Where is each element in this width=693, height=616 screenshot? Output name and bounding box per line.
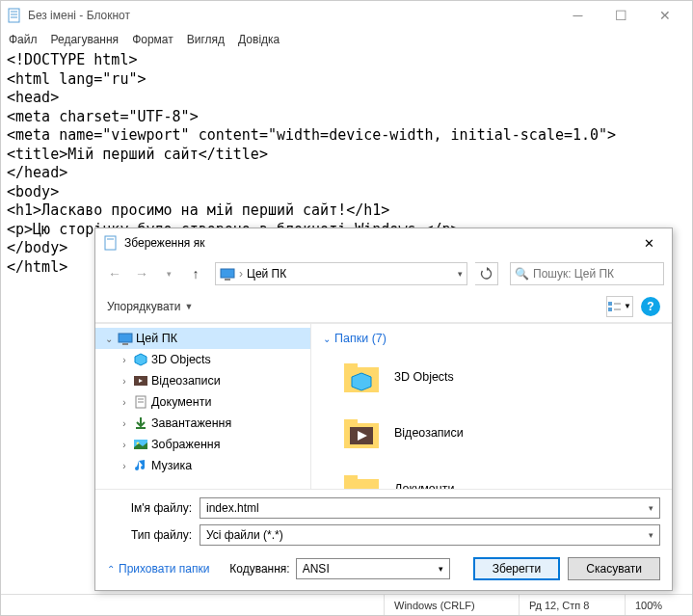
- dialog-close-button[interactable]: ✕: [633, 236, 664, 251]
- dialog-footer: Ім'я файлу: index.html▾ Тип файлу: Усі ф…: [95, 489, 672, 590]
- expand-icon[interactable]: ›: [119, 440, 130, 450]
- image-icon: [132, 437, 149, 452]
- tree-item-label: Зображення: [151, 438, 220, 451]
- chevron-right-icon: ›: [239, 267, 243, 281]
- download-icon: [132, 415, 149, 431]
- save-button[interactable]: Зберегти: [473, 557, 561, 580]
- notepad-icon: [103, 235, 119, 251]
- menu-view[interactable]: Вигляд: [187, 33, 225, 46]
- folder-item[interactable]: 3D Objects: [340, 353, 660, 401]
- nav-forward-button: →: [130, 262, 153, 285]
- chevron-down-icon: ⌄: [323, 334, 331, 344]
- svg-rect-4: [105, 236, 116, 250]
- filetype-select[interactable]: Усі файли (*.*)▾: [200, 524, 660, 546]
- svg-rect-0: [9, 9, 19, 22]
- search-input[interactable]: [533, 267, 678, 281]
- svg-rect-23: [344, 363, 358, 369]
- filename-input[interactable]: index.html▾: [200, 497, 660, 519]
- address-bar[interactable]: › Цей ПК ▾: [215, 262, 467, 285]
- close-button[interactable]: ✕: [643, 1, 686, 30]
- crumb-this-pc[interactable]: Цей ПК: [247, 267, 286, 281]
- folder-3d-icon: [340, 356, 383, 398]
- pc-icon: [117, 331, 134, 346]
- tree-item-label: Відеозаписи: [151, 374, 221, 388]
- tree-item-label: Музика: [151, 459, 192, 472]
- chevron-down-icon[interactable]: ▾: [458, 269, 463, 279]
- notepad-titlebar[interactable]: Без імені - Блокнот ─ ☐ ✕: [1, 1, 692, 30]
- status-crlf: Windows (CRLF): [384, 595, 519, 615]
- notepad-icon: [7, 8, 22, 23]
- notepad-menubar: Файл Редагування Формат Вигляд Довідка: [1, 30, 692, 49]
- filetype-label: Тип файлу:: [107, 528, 200, 542]
- save-as-dialog: Збереження як ✕ ← → ▾ ↑ › Цей ПК ▾ 🔍 Упо…: [94, 228, 673, 591]
- tree-item[interactable]: ›Документи: [95, 391, 310, 413]
- folder-item[interactable]: Відеозаписи: [340, 409, 660, 457]
- tree-item-label: 3D Objects: [151, 353, 211, 366]
- dialog-body: ⌄ Цей ПК ›3D Objects ›Відеозаписи ›Докум…: [95, 323, 672, 489]
- folder-content[interactable]: ⌄Папки (7) 3D Objects Відеозаписи Докуме…: [311, 324, 672, 489]
- svg-rect-7: [225, 279, 230, 281]
- document-icon: [132, 394, 149, 410]
- chevron-up-icon: ⌃: [107, 564, 115, 575]
- nav-back-button[interactable]: ←: [103, 262, 126, 285]
- music-icon: [132, 458, 149, 473]
- refresh-button[interactable]: [475, 262, 498, 285]
- notepad-title-text: Без імені - Блокнот: [28, 9, 556, 22]
- status-zoom: 100%: [625, 595, 692, 615]
- tree-item-label: Завантаження: [151, 416, 231, 430]
- tree-item[interactable]: ›Музика: [95, 455, 310, 476]
- cube-icon: [132, 352, 149, 367]
- expand-icon[interactable]: ›: [119, 418, 130, 429]
- tree-item[interactable]: ›Завантаження: [95, 413, 310, 434]
- pc-icon: [220, 266, 235, 281]
- chevron-down-icon[interactable]: ▾: [649, 530, 653, 540]
- menu-format[interactable]: Формат: [132, 33, 173, 46]
- folder-label: Відеозаписи: [394, 426, 464, 440]
- tree-item-label: Документи: [151, 395, 211, 409]
- folder-label: 3D Objects: [394, 370, 454, 384]
- folder-documents-icon: [340, 468, 383, 489]
- expand-icon[interactable]: ›: [119, 397, 130, 408]
- tree-item[interactable]: ›Зображення: [95, 434, 310, 455]
- svg-rect-9: [608, 308, 612, 311]
- dialog-title-text: Збереження як: [124, 236, 633, 250]
- hide-folders-button[interactable]: ⌃Приховати папки: [107, 562, 209, 576]
- tree-label: Цей ПК: [136, 332, 177, 345]
- cancel-button[interactable]: Скасувати: [568, 557, 660, 580]
- tree-this-pc[interactable]: ⌄ Цей ПК: [95, 328, 310, 349]
- dialog-toolbar: Упорядкувати ▼ ▼ ?: [95, 290, 672, 323]
- minimize-button[interactable]: ─: [556, 1, 600, 30]
- dialog-titlebar[interactable]: Збереження як ✕: [95, 228, 672, 257]
- svg-rect-13: [122, 343, 128, 345]
- expand-icon[interactable]: ›: [119, 355, 130, 365]
- expand-icon[interactable]: ›: [119, 461, 130, 471]
- tree-item[interactable]: ›3D Objects: [95, 349, 310, 370]
- view-mode-button[interactable]: ▼: [606, 296, 633, 317]
- folder-item[interactable]: Документи: [340, 465, 660, 489]
- search-box[interactable]: 🔍: [510, 262, 664, 285]
- organize-button[interactable]: Упорядкувати: [107, 300, 181, 313]
- chevron-down-icon[interactable]: ▾: [439, 564, 443, 574]
- search-icon: 🔍: [515, 267, 529, 281]
- chevron-down-icon[interactable]: ▾: [649, 503, 653, 513]
- tree-item[interactable]: ›Відеозаписи: [95, 370, 310, 391]
- menu-edit[interactable]: Редагування: [51, 33, 120, 46]
- folder-video-icon: [340, 412, 383, 454]
- help-button[interactable]: ?: [641, 297, 660, 316]
- folders-header[interactable]: ⌄Папки (7): [323, 332, 660, 345]
- chevron-down-icon[interactable]: ▼: [185, 302, 194, 311]
- nav-up-button[interactable]: ↑: [184, 262, 207, 285]
- svg-rect-6: [221, 269, 234, 278]
- menu-file[interactable]: Файл: [9, 33, 38, 46]
- nav-recent-button[interactable]: ▾: [157, 262, 180, 285]
- encoding-label: Кодування:: [229, 562, 289, 576]
- maximize-button[interactable]: ☐: [600, 1, 643, 30]
- svg-rect-25: [344, 419, 358, 425]
- status-position: Рд 12, Стп 8: [519, 595, 625, 615]
- collapse-icon[interactable]: ⌄: [103, 334, 115, 344]
- menu-help[interactable]: Довідка: [238, 33, 280, 46]
- expand-icon[interactable]: ›: [119, 376, 130, 387]
- encoding-select[interactable]: ANSI▾: [296, 558, 450, 579]
- svg-rect-12: [119, 334, 132, 342]
- folder-tree[interactable]: ⌄ Цей ПК ›3D Objects ›Відеозаписи ›Докум…: [95, 324, 311, 489]
